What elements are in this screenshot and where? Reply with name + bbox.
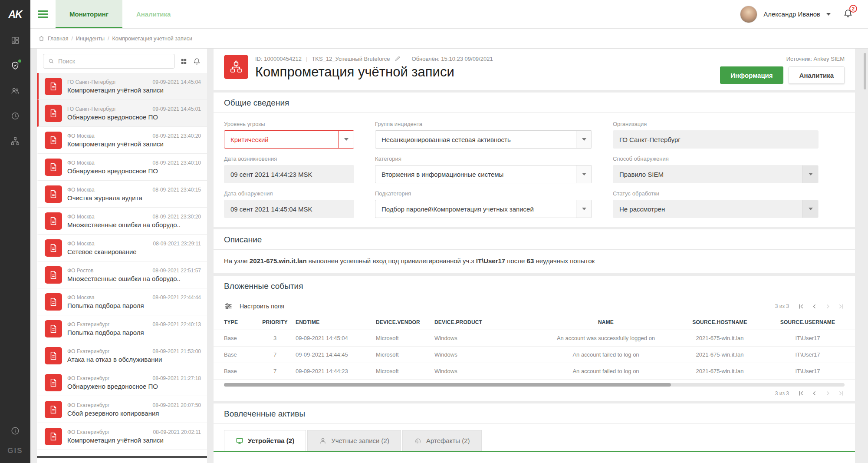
field-label: Уровень угрозы bbox=[224, 121, 354, 128]
user-name[interactable]: Александр Иванов bbox=[763, 10, 820, 18]
table-row[interactable]: Base 7 09-09-2021 14:44:23 Microsoft Win… bbox=[214, 363, 855, 380]
analytics-button[interactable]: Аналитика bbox=[789, 66, 845, 84]
table-row[interactable]: Base 7 09-09-2021 14:44:45 Microsoft Win… bbox=[214, 347, 855, 363]
chevron-down-icon[interactable] bbox=[576, 131, 592, 148]
incident-org: ФО Москва bbox=[67, 241, 95, 247]
chevron-down-icon[interactable] bbox=[576, 165, 592, 183]
column-header[interactable]: NAME bbox=[543, 319, 669, 325]
notifications-button[interactable]: 2 bbox=[843, 8, 853, 20]
incident-icon bbox=[45, 132, 62, 149]
alarm-icon[interactable] bbox=[193, 57, 201, 66]
breadcrumb-item[interactable]: Инциденты bbox=[76, 36, 105, 42]
configure-columns-button[interactable]: Настроить поля bbox=[224, 302, 284, 311]
tab-accounts[interactable]: Учетные записи (2) bbox=[307, 430, 401, 451]
list-item[interactable]: ФО Москва 08-09-2021 23:40:10 Обнаружено… bbox=[37, 154, 207, 181]
form-field: Подкатегория Подбор паролей\Компрометаци… bbox=[375, 190, 592, 218]
list-item[interactable]: ГО Санкт-Петербург 09-09-2021 14:45:04 К… bbox=[37, 73, 207, 100]
event-product-cell: Windows bbox=[434, 368, 543, 374]
pagination-label: 3 из 3 bbox=[775, 390, 789, 397]
tab-artifacts[interactable]: Артефакты (2) bbox=[402, 430, 482, 451]
list-item[interactable]: ФО Москва 08-09-2021 23:30:20 Множествен… bbox=[37, 208, 207, 235]
tab-monitoring[interactable]: Мониторинг bbox=[56, 0, 122, 28]
event-vendor-cell: Microsoft bbox=[376, 351, 434, 358]
chevron-down-icon[interactable] bbox=[802, 200, 818, 218]
prev-page-icon[interactable] bbox=[811, 303, 818, 310]
tab-devices[interactable]: Устройства (2) bbox=[224, 430, 306, 451]
list-item[interactable]: ФО Екатеринбург 08-09-2021 22:40:13 Попы… bbox=[37, 315, 207, 342]
column-header[interactable]: SOURCE.USERNAME bbox=[771, 319, 845, 325]
edit-icon[interactable] bbox=[395, 56, 401, 62]
field-control[interactable]: 09 сент 2021 14:44:23 MSK bbox=[224, 165, 354, 183]
list-item[interactable]: ФО Москва 08-09-2021 23:40:20 Компромета… bbox=[37, 127, 207, 154]
list-scrollbar[interactable] bbox=[37, 456, 207, 458]
event-hostname-cell: 2021-675-win.it.lan bbox=[669, 335, 771, 341]
clock-icon bbox=[10, 111, 20, 122]
incident-icon bbox=[45, 239, 62, 257]
hamburger-menu-button[interactable] bbox=[30, 0, 56, 28]
column-header[interactable]: TYPE bbox=[224, 319, 254, 325]
sidebar-item-incidents[interactable] bbox=[0, 54, 30, 79]
description-segment: выполнен успешный вход под привилегирова… bbox=[309, 257, 476, 265]
column-header[interactable]: SOURCE.HOSTNAME bbox=[669, 319, 771, 325]
list-item[interactable]: ФО Ростов 08-09-2021 22:51:57 Множествен… bbox=[37, 261, 207, 288]
page-scrollbar-thumb[interactable] bbox=[864, 53, 866, 89]
chevron-down-icon[interactable] bbox=[576, 200, 592, 218]
last-page-icon[interactable] bbox=[838, 390, 845, 397]
horizontal-scrollbar-thumb[interactable] bbox=[224, 383, 671, 387]
sidebar-item-history[interactable] bbox=[0, 104, 30, 129]
chevron-down-icon[interactable] bbox=[802, 165, 818, 183]
field-control[interactable]: Подбор паролей\Компрометация учетных зап… bbox=[375, 200, 592, 218]
field-control[interactable]: 09 сент 2021 14:45:04 MSK bbox=[224, 200, 354, 218]
chevron-down-icon[interactable] bbox=[338, 131, 354, 148]
list-item[interactable]: ФО Москва 08-09-2021 22:44:44 Попытка по… bbox=[37, 288, 207, 315]
information-button[interactable]: Информация bbox=[720, 66, 783, 84]
search-input[interactable] bbox=[58, 58, 170, 65]
home-icon[interactable] bbox=[38, 35, 45, 42]
incident-datetime: 08-09-2021 23:30:20 bbox=[153, 214, 201, 220]
avatar[interactable] bbox=[740, 6, 757, 23]
description-text: На узле 2021-675.win.it.lan выполнен усп… bbox=[214, 250, 855, 273]
table-row[interactable]: Base 3 09-09-2021 14:45:04 Microsoft Win… bbox=[214, 330, 855, 347]
field-control[interactable]: Несанкционированная сетевая активность bbox=[375, 130, 592, 149]
incident-icon bbox=[45, 212, 62, 230]
list-item[interactable]: ФО Екатеринбург 08-09-2021 21:53:00 Атак… bbox=[37, 342, 207, 369]
grid-view-icon[interactable] bbox=[180, 58, 187, 65]
events-section: Вложенные события Настроить поля 3 из 3 bbox=[214, 276, 855, 401]
field-control[interactable]: Не рассмотрен bbox=[613, 200, 819, 218]
hamburger-icon bbox=[38, 9, 48, 20]
list-item[interactable]: ФО Екатеринбург 08-09-2021 21:27:18 Обна… bbox=[37, 369, 207, 396]
field-control[interactable]: Вторжения в информационные системы bbox=[375, 165, 592, 183]
column-header[interactable]: ENDTIME bbox=[296, 319, 376, 325]
list-item[interactable]: ФО Екатеринбург 08-09-2021 20:07:50 Сбой… bbox=[37, 396, 207, 423]
first-page-icon[interactable] bbox=[798, 303, 804, 310]
description-segment: 63 bbox=[527, 257, 534, 265]
column-header[interactable]: DEVICE.VENDOR bbox=[376, 319, 434, 325]
sidebar-item-network[interactable] bbox=[0, 129, 30, 155]
fingerprint-icon bbox=[414, 437, 422, 445]
list-item[interactable]: ФО Москва 08-09-2021 23:40:15 Очистка жу… bbox=[37, 181, 207, 208]
sidebar-item-dashboard[interactable] bbox=[0, 29, 30, 54]
tab-analytics[interactable]: Аналитика bbox=[122, 0, 184, 28]
field-control[interactable]: Правило SIEM bbox=[613, 165, 819, 183]
list-item[interactable]: ФО Москва 08-09-2021 23:29:11 Сетевое ск… bbox=[37, 235, 207, 261]
column-header[interactable]: DEVICE.PRODUCT bbox=[434, 319, 543, 325]
first-page-icon[interactable] bbox=[798, 390, 804, 397]
info-button[interactable] bbox=[0, 423, 30, 440]
incident-datetime: 08-09-2021 21:53:00 bbox=[153, 348, 201, 354]
chevron-down-icon[interactable] bbox=[826, 13, 831, 16]
next-page-icon[interactable] bbox=[825, 303, 831, 310]
field-control[interactable]: Критический bbox=[224, 130, 354, 149]
list-item[interactable]: ГО Санкт-Петербург 09-09-2021 14:45:01 О… bbox=[37, 100, 207, 127]
list-item[interactable]: ФО Екатеринбург 08-09-2021 20:02:11 Комп… bbox=[37, 423, 207, 450]
field-value: Несанкционированная сетевая активность bbox=[381, 136, 576, 143]
incident-title: Множественные ошибки на оборудо.. bbox=[67, 275, 201, 282]
prev-page-icon[interactable] bbox=[811, 390, 818, 397]
next-page-icon[interactable] bbox=[825, 390, 831, 397]
sidebar-item-users[interactable] bbox=[0, 79, 30, 104]
last-page-icon[interactable] bbox=[838, 303, 845, 310]
incident-icon bbox=[45, 105, 62, 122]
field-control[interactable]: ГО Санкт-Петербург bbox=[613, 130, 819, 149]
column-header[interactable]: PRIORITY bbox=[254, 319, 296, 325]
incident-detail: ID: 100000454212 | TKS_12_Успешный Brute… bbox=[214, 49, 855, 463]
breadcrumb-item[interactable]: Главная bbox=[48, 36, 69, 42]
